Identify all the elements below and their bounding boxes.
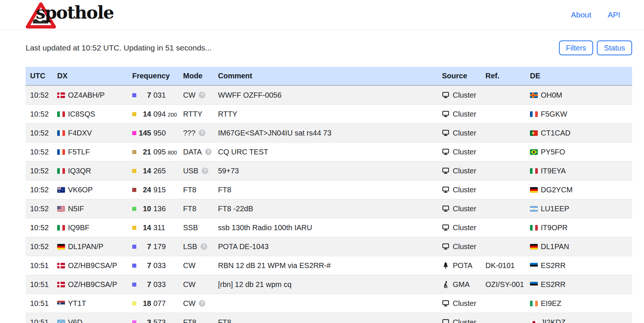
frequency-cell: 7179 (128, 242, 179, 251)
monitor-icon (442, 148, 449, 156)
dx-callsign: OZ/HB9CSA/P (68, 280, 117, 289)
estonia-flag-icon (530, 282, 538, 287)
mode-label: FT8 (183, 205, 196, 213)
frequency-value: 7179 (137, 242, 166, 251)
source-cell: Cluster (438, 318, 481, 323)
dx-cell: OZ4ABH/P (53, 91, 128, 99)
de-cell: OH0M (526, 91, 632, 99)
nav-api-link[interactable]: API (608, 10, 620, 19)
utc-cell: 10:52 (26, 242, 53, 251)
de-cell: ES2RR (526, 280, 632, 289)
france-flag-icon (57, 149, 65, 155)
band-color-swatch (132, 264, 136, 268)
de-cell: DL1PAN (526, 242, 632, 251)
dx-callsign: OZ/HB9CSA/P (68, 261, 117, 270)
frequency-cell: 24915 (128, 186, 179, 194)
col-header-de: DE (526, 72, 632, 80)
table-row[interactable]: 10:51YT1T18077CW?ClusterEI9EZ (26, 294, 632, 313)
mode-help-icon[interactable]: ? (199, 130, 205, 136)
mode-cell: SSB (179, 224, 214, 232)
table-row[interactable]: 10:51OZ/HB9CSA/P7033CW[rbn] 12 db 21 wpm… (26, 275, 632, 294)
band-color-swatch (132, 169, 136, 173)
mode-cell: DATA? (179, 148, 214, 156)
table-row[interactable]: 10:52F4DXV145950????IM67GE<SAT>JN04IU sa… (26, 124, 632, 143)
logo[interactable]: spothole (26, 0, 148, 30)
mode-cell: CW? (179, 91, 214, 99)
comment-text: CQ URC TEST (214, 148, 438, 156)
mode-label: USB (183, 167, 198, 175)
col-header-ref: Ref. (481, 72, 526, 80)
mode-cell: USB? (179, 167, 214, 175)
table-row[interactable]: 10:52DL1PAN/P7179LSB?POTA DE-1043Cluster… (26, 237, 632, 256)
band-color-swatch (132, 150, 136, 154)
mode-help-icon[interactable]: ? (199, 300, 205, 307)
band-color-swatch (132, 301, 136, 306)
frequency-value: 24915 (137, 186, 166, 194)
denmark-flag-icon (57, 282, 65, 287)
table-row[interactable]: 10:52IC8SQS14094200RTTYRTTYClusterF5GKW (26, 105, 632, 124)
dx-callsign: F5TLF (68, 148, 90, 156)
australia-flag-icon (57, 187, 65, 193)
table-row[interactable]: 10:52N5IF10136FT8FT8 -22dBClusterLU1EEP (26, 199, 632, 218)
mode-help-icon[interactable]: ? (199, 92, 205, 98)
brazil-flag-icon (530, 149, 538, 155)
utc-cell: 10:51 (26, 280, 53, 289)
nav-about-link[interactable]: About (571, 10, 591, 19)
source-label: Cluster (453, 148, 476, 156)
de-callsign: DL1PAN (541, 242, 569, 251)
source-label: GMA (453, 280, 470, 289)
table-row[interactable]: 10:52OZ4ABH/P7031CW?WWFF OZFF-0056Cluste… (26, 86, 632, 105)
table-row[interactable]: 10:52F5TLF21095800DATA?CQ URC TESTCluste… (26, 143, 632, 162)
mode-help-icon[interactable]: ? (205, 149, 212, 155)
band-color-swatch (132, 112, 136, 116)
freq-hz: 800 (167, 149, 177, 156)
mode-label: CW (183, 280, 195, 289)
dx-callsign: F4DXV (68, 129, 92, 137)
italy-flag-icon (57, 168, 65, 174)
source-label: Cluster (453, 242, 476, 251)
frequency-value: 18077 (137, 299, 166, 308)
col-header-frequency: Frequency (128, 72, 179, 80)
source-label: Cluster (453, 299, 476, 308)
source-cell: Cluster (438, 186, 481, 194)
brand-name: spothole (36, 2, 114, 23)
source-cell: Cluster (438, 148, 481, 156)
de-callsign: F5GKW (541, 110, 567, 118)
monitor-icon (442, 110, 449, 118)
mode-help-icon[interactable]: ? (201, 243, 207, 250)
mode-help-icon[interactable]: ? (202, 167, 208, 174)
monitor-icon (442, 224, 449, 231)
status-button[interactable]: Status (597, 40, 632, 55)
col-header-dx: DX (53, 72, 128, 80)
frequency-cell: 10136 (128, 205, 179, 213)
utc-cell: 10:52 (26, 224, 53, 232)
ref-label: OZI/SY-001 (481, 280, 526, 289)
table-header-row: UTCDXFrequencyModeCommentSourceRef.DE (26, 67, 632, 86)
denmark-flag-icon (57, 263, 65, 268)
filters-button[interactable]: Filters (559, 40, 593, 55)
comment-text: POTA DE-1043 (214, 242, 438, 251)
band-color-swatch (132, 283, 136, 287)
freq-khz: 077 (153, 299, 166, 308)
table-body: 10:52OZ4ABH/P7031CW?WWFF OZFF-0056Cluste… (26, 86, 632, 323)
source-label: Cluster (453, 129, 476, 137)
freq-mhz: 14 (137, 167, 151, 175)
mode-label: CW (183, 261, 195, 270)
estonia-flag-icon (530, 263, 538, 268)
frequency-value: 7033 (137, 261, 166, 270)
source-label: Cluster (453, 91, 476, 99)
table-row[interactable]: 10:52IQ9BF14311SSBssb 130th Radio 100th … (26, 218, 632, 237)
frequency-value: 3573 (137, 318, 166, 323)
dx-callsign: IC8SQS (68, 110, 95, 118)
top-nav: About API (571, 10, 620, 19)
table-row[interactable]: 10:51V6D3573FT8FT8ClusterJI2KDZ (26, 313, 632, 323)
table-row[interactable]: 10:52IQ3QR14265USB?59+73ClusterIT9EYA (26, 162, 632, 180)
band-color-swatch (132, 93, 136, 97)
dx-callsign: IQ3QR (68, 167, 91, 175)
de-cell: PY5FO (526, 148, 632, 156)
freq-mhz: 7 (137, 91, 151, 99)
table-row[interactable]: 10:51OZ/HB9CSA/P7033CWRBN 12 dB 21 WPM v… (26, 256, 632, 275)
dx-callsign: DL1PAN/P (68, 242, 103, 251)
mode-label: ??? (183, 129, 195, 137)
table-row[interactable]: 10:52VK6OP24915FT8FT8ClusterDG2YCM (26, 180, 632, 199)
